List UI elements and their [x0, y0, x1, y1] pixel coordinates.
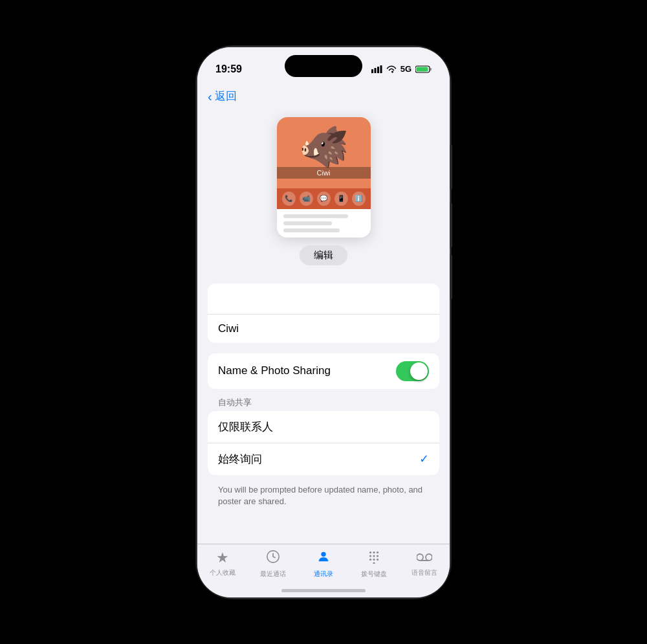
svg-point-19	[417, 554, 423, 561]
card-lines	[277, 209, 371, 238]
svg-point-10	[373, 551, 375, 553]
back-button[interactable]: ‹ 返回	[208, 89, 237, 104]
helper-text: You will be prompted before updated name…	[208, 480, 439, 511]
card-name-bar: Ciwi	[277, 167, 371, 179]
nav-bar: ‹ 返回	[197, 82, 450, 111]
favorites-label: 个人收藏	[210, 568, 236, 577]
back-label: 返回	[215, 89, 237, 104]
svg-point-14	[377, 555, 378, 557]
back-chevron-icon: ‹	[208, 90, 212, 103]
voicemail-label: 语音留言	[411, 568, 437, 577]
name-photo-sharing-row: Name & Photo Sharing	[208, 353, 439, 389]
keypad-icon	[367, 550, 381, 568]
svg-point-16	[373, 558, 375, 560]
card-name-label: Ciwi	[317, 169, 331, 177]
checkmark-icon: ✓	[419, 452, 429, 466]
status-icons: 5G	[371, 64, 432, 74]
svg-point-11	[377, 551, 378, 553]
svg-rect-0	[371, 69, 373, 73]
card-action-sms[interactable]: 📱	[334, 192, 348, 206]
first-name-placeholder	[218, 293, 229, 305]
svg-point-13	[373, 555, 375, 557]
first-name-field[interactable]	[208, 283, 439, 315]
option-label-contacts-only: 仅限联系人	[218, 419, 273, 434]
svg-rect-3	[380, 65, 382, 73]
tab-keypad[interactable]: 拨号键盘	[349, 550, 399, 579]
battery-icon	[415, 65, 432, 73]
card-actions: 📞 📹 💬 📱 ℹ️	[277, 188, 371, 209]
card-line-2	[283, 221, 332, 225]
svg-point-15	[369, 558, 371, 560]
option-label-always-ask: 始终询问	[218, 452, 262, 467]
wifi-icon	[386, 65, 397, 73]
settings-area: Ciwi Name & Photo Sharing 自动共享	[197, 276, 450, 544]
card-action-info[interactable]: ℹ️	[352, 192, 366, 206]
svg-rect-2	[377, 67, 379, 73]
battery-label: 5G	[400, 64, 411, 74]
tab-contacts[interactable]: 通讯录	[298, 550, 349, 579]
dynamic-island	[285, 55, 362, 77]
home-indicator	[281, 589, 366, 592]
svg-point-9	[369, 551, 371, 553]
last-name-value: Ciwi	[218, 322, 239, 335]
recents-label: 最近通话	[260, 570, 286, 579]
svg-point-8	[321, 551, 325, 556]
status-bar: 19:59 5G	[197, 47, 450, 82]
svg-point-17	[377, 558, 378, 560]
name-fields: Ciwi	[208, 283, 439, 343]
status-time: 19:59	[215, 63, 242, 75]
contacts-icon	[316, 550, 331, 568]
svg-point-18	[373, 562, 375, 564]
auto-share-section-label: 自动共享	[208, 392, 439, 411]
toggle-label: Name & Photo Sharing	[218, 364, 331, 377]
edit-button[interactable]: 编辑	[300, 245, 347, 265]
voicemail-icon	[417, 550, 432, 566]
card-photo-area: 🐗 Ciwi	[277, 117, 371, 188]
tab-voicemail[interactable]: 语音留言	[399, 550, 450, 577]
keypad-label: 拨号键盘	[361, 570, 387, 579]
auto-share-options-list: 仅限联系人 始终询问 ✓	[208, 411, 439, 475]
main-content: 🐗 Ciwi 📞 📹 💬 📱 ℹ️	[197, 111, 450, 597]
card-action-call[interactable]: 📞	[282, 192, 296, 206]
contact-card: 🐗 Ciwi 📞 📹 💬 📱 ℹ️	[277, 117, 371, 238]
phone-device: 19:59 5G	[197, 47, 450, 597]
tab-favorites[interactable]: ★ 个人收藏	[197, 550, 248, 577]
card-line-3	[283, 228, 340, 232]
card-action-message[interactable]: 💬	[317, 192, 331, 206]
card-line-1	[283, 214, 348, 218]
name-photo-sharing-toggle[interactable]	[396, 361, 429, 381]
contacts-label: 通讯录	[314, 570, 333, 579]
tab-recents[interactable]: 最近通话	[248, 550, 298, 579]
svg-rect-6	[417, 67, 428, 71]
svg-point-20	[426, 554, 432, 561]
recents-icon	[266, 550, 280, 568]
svg-point-12	[369, 555, 371, 557]
option-row-contacts-only[interactable]: 仅限联系人	[208, 411, 439, 443]
option-row-always-ask[interactable]: 始终询问 ✓	[208, 443, 439, 475]
favorites-icon: ★	[216, 550, 229, 566]
signal-icon	[371, 65, 382, 73]
card-preview-area: 🐗 Ciwi 📞 📹 💬 📱 ℹ️	[197, 111, 450, 276]
last-name-field[interactable]: Ciwi	[208, 315, 439, 343]
svg-rect-1	[374, 68, 376, 73]
svg-rect-5	[430, 68, 432, 71]
card-action-video[interactable]: 📹	[300, 192, 313, 206]
name-photo-sharing-section: Name & Photo Sharing	[208, 353, 439, 389]
contact-avatar-emoji: 🐗	[299, 127, 349, 167]
toggle-knob	[410, 362, 428, 380]
